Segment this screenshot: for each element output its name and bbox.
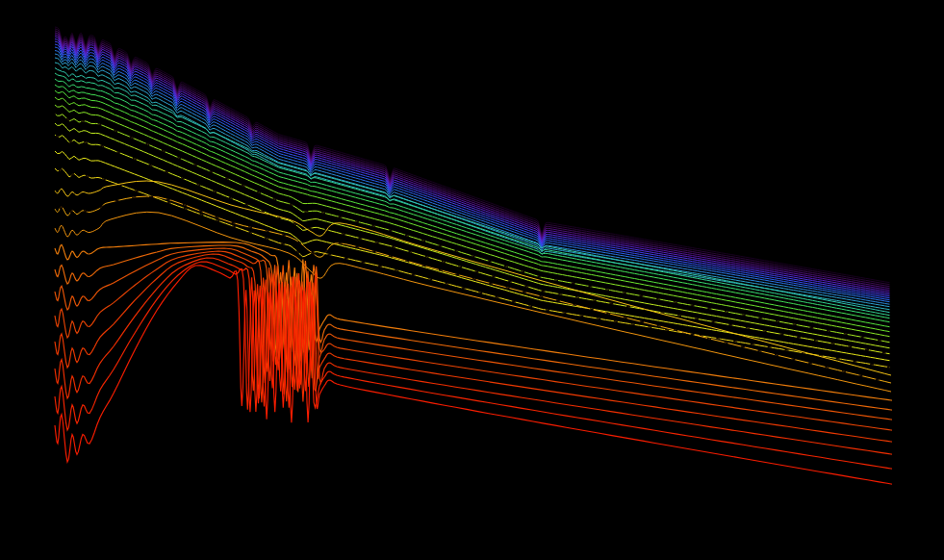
- spectrum-curve: [55, 37, 890, 293]
- spectrum-curve: [55, 196, 891, 383]
- spectrum-curve: [55, 105, 890, 337]
- spectrum-curve: [55, 33, 890, 289]
- spectrum-curve: [55, 262, 892, 469]
- spectrum-curve: [55, 41, 890, 296]
- spectrum-curve: [55, 258, 892, 454]
- spectrum-curve: [55, 123, 890, 348]
- spectra-plot-canvas: [0, 0, 944, 560]
- spectrum-curve: [55, 44, 890, 298]
- spectrum-curve: [55, 29, 890, 285]
- spectrum-curve: [55, 254, 892, 442]
- spectra-figure: [0, 0, 944, 560]
- spectrum-curve-dash-overlay: [55, 196, 891, 383]
- spectrum-curve: [55, 242, 892, 400]
- spectrum-curve: [55, 27, 890, 283]
